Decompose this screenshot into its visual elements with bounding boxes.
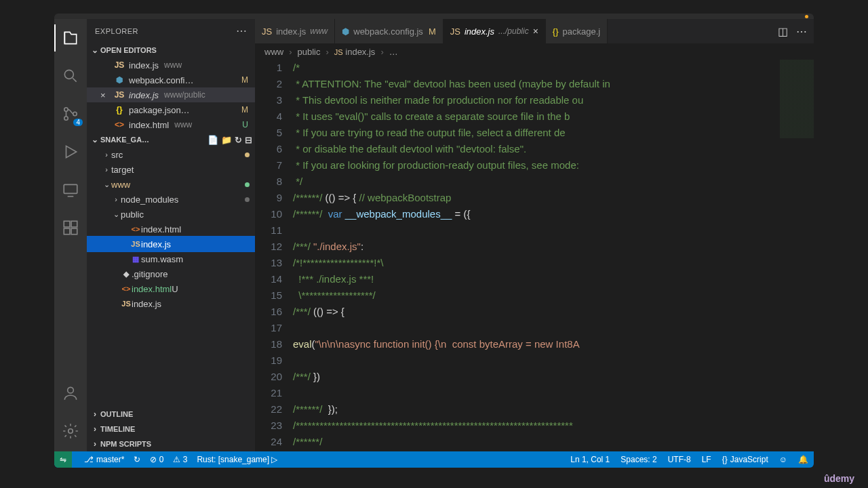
remote-button[interactable]: ⇋ (54, 451, 72, 468)
encoding-status[interactable]: UTF-8 (668, 455, 691, 464)
open-editor-item[interactable]: ×⬢webpack.confi…M (87, 73, 255, 87)
more-icon[interactable]: ⋯ (796, 25, 807, 38)
editor-tab[interactable]: JSindex.jswww (255, 19, 335, 43)
git-branch[interactable]: ⎇ master* (84, 455, 124, 464)
indent-status[interactable]: Spaces: 2 (620, 455, 656, 464)
new-folder-icon[interactable]: 📁 (221, 135, 232, 145)
search-icon[interactable] (54, 62, 87, 89)
open-editors-header[interactable]: ⌄OPEN EDITORS (87, 43, 255, 58)
timeline-header[interactable]: ›TIMELINE (87, 422, 255, 436)
svg-point-1 (64, 108, 68, 111)
explorer-sidebar: EXPLORER ⋯ ⌄OPEN EDITORS ×JSindex.jswww×… (87, 19, 255, 451)
svg-point-3 (73, 112, 77, 115)
language-status[interactable]: {} JavaScript (722, 455, 768, 464)
code-editor[interactable]: 1234567891011121314151617181920212223242… (255, 60, 814, 451)
close-icon[interactable]: × (100, 90, 110, 100)
tree-item[interactable]: JSindex.js (87, 237, 255, 251)
svg-rect-8 (71, 228, 77, 235)
tree-item[interactable]: <>index.html (87, 222, 255, 237)
svg-point-9 (68, 387, 74, 393)
open-editor-item[interactable]: ×<>index.htmlwwwU (87, 117, 255, 132)
svg-point-0 (64, 70, 73, 79)
svg-point-2 (64, 117, 68, 120)
editor-tab[interactable]: ⬢webpack.config.jsM (335, 19, 443, 43)
debug-icon[interactable] (54, 138, 87, 165)
editor-tab[interactable]: JSindex.js.../public× (443, 19, 546, 43)
tree-item[interactable]: ›src (87, 147, 255, 162)
feedback-icon[interactable]: ☺ (779, 455, 787, 464)
status-bar: ⇋ ⎇ master* ↻ ⊘ 0 ⚠ 3 Rust: [snake_game]… (54, 451, 814, 468)
scm-icon[interactable]: 4 (54, 100, 87, 127)
tree-item[interactable]: ⌄www (87, 177, 255, 192)
explorer-more-icon[interactable]: ⋯ (236, 24, 248, 37)
account-icon[interactable] (54, 380, 87, 407)
minimap[interactable] (780, 60, 814, 451)
tree-item[interactable]: ▦sum.wasm (87, 251, 255, 266)
collapse-icon[interactable]: ⊟ (245, 135, 252, 145)
open-editor-item[interactable]: ×JSindex.jswww (87, 58, 255, 73)
svg-rect-7 (64, 228, 70, 235)
tree-item[interactable]: ⌄public (87, 207, 255, 222)
editor-tab[interactable]: {}package.j (546, 19, 608, 43)
npm-scripts-header[interactable]: ›NPM SCRIPTS (87, 436, 255, 451)
svg-point-10 (68, 429, 73, 434)
code-lines[interactable]: /* * ATTENTION: The "eval" devtool has b… (293, 60, 814, 451)
warnings-button[interactable]: ⚠ 3 (173, 455, 187, 464)
remote-icon[interactable] (54, 176, 87, 203)
tree-item[interactable]: <>index.htmlU (87, 281, 255, 296)
rust-status[interactable]: Rust: [snake_game] ▷ (197, 455, 277, 464)
errors-button[interactable]: ⊘ 0 (150, 455, 163, 464)
svg-rect-4 (64, 184, 77, 193)
tree-item[interactable]: ›target (87, 162, 255, 177)
bell-icon[interactable]: 🔔 (798, 455, 808, 464)
scm-badge: 4 (73, 119, 83, 126)
tree-item[interactable]: ◆.gitignore (87, 266, 255, 281)
editor-area: JSindex.jswww⬢webpack.config.jsMJSindex.… (255, 19, 814, 451)
cursor-position[interactable]: Ln 1, Col 1 (570, 455, 610, 464)
open-editor-item[interactable]: ×{}package.json…M (87, 102, 255, 117)
svg-rect-5 (64, 221, 70, 227)
activity-bar: 4 (54, 19, 87, 451)
close-icon[interactable]: × (533, 26, 538, 37)
explorer-icon[interactable] (54, 24, 87, 52)
tab-bar: JSindex.jswww⬢webpack.config.jsMJSindex.… (255, 19, 814, 43)
new-file-icon[interactable]: 📄 (208, 135, 218, 145)
explorer-title: EXPLORER (95, 27, 138, 35)
sync-button[interactable]: ↻ (134, 455, 140, 464)
tree-item[interactable]: JSindex.js (87, 296, 255, 311)
open-editor-item[interactable]: ×JSindex.jswww/public (87, 87, 255, 102)
split-editor-icon[interactable]: ◫ (778, 25, 788, 38)
extensions-icon[interactable] (54, 214, 87, 241)
line-gutter: 1234567891011121314151617181920212223242… (255, 60, 293, 451)
eol-status[interactable]: LF (702, 455, 711, 464)
gear-icon[interactable] (54, 418, 87, 445)
outline-header[interactable]: ›OUTLINE (87, 407, 255, 422)
tree-item[interactable]: ›node_modules (87, 192, 255, 207)
project-header[interactable]: ⌄SNAKE_GA… 📄 📁 ↻ ⊟ (87, 132, 255, 147)
svg-rect-6 (71, 221, 77, 227)
udemy-watermark: ûdemy (824, 473, 854, 484)
breadcrumb[interactable]: www›public›JS index.js›… (255, 43, 814, 60)
refresh-icon[interactable]: ↻ (235, 135, 242, 145)
